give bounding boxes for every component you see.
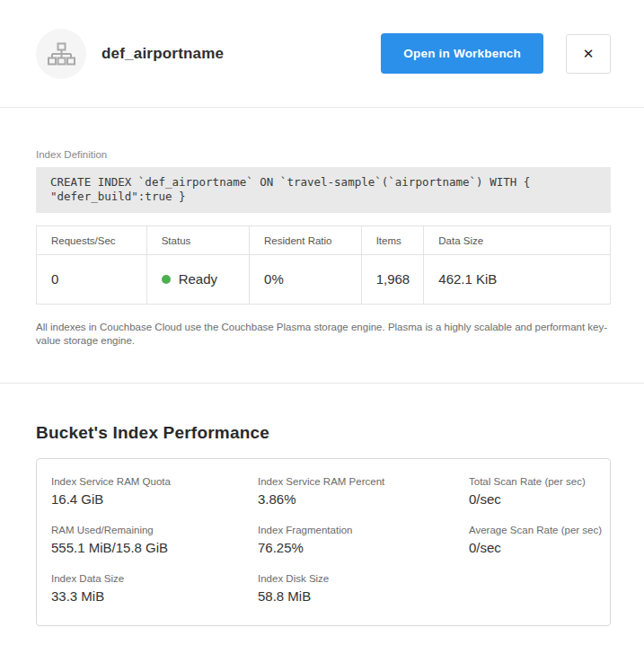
stat-index-data-size: Index Data Size 33.3 MiB <box>51 573 258 604</box>
stat-label: Total Scan Rate (per sec) <box>469 476 610 487</box>
stat-index-fragmentation: Index Fragmentation 76.25% <box>258 525 469 555</box>
stat-average-scan-rate: Average Scan Rate (per sec) 0/sec <box>469 525 610 555</box>
index-avatar <box>36 29 86 79</box>
stat-total-scan-rate: Total Scan Rate (per sec) 0/sec <box>469 476 610 507</box>
status-badge: Ready <box>179 271 217 287</box>
performance-panel: Index Service RAM Quota 16.4 GiB Index S… <box>36 458 611 626</box>
stat-value: 58.8 MiB <box>258 588 469 604</box>
stat-value: 76.25% <box>258 540 469 555</box>
stat-value: 3.86% <box>258 491 469 507</box>
cell-data-size: 462.1 KiB <box>424 255 611 305</box>
col-items: Items <box>361 226 424 255</box>
stat-label: Index Service RAM Quota <box>51 476 258 487</box>
col-data-size: Data Size <box>424 226 611 255</box>
table-header-row: Requests/Sec Status Resident Ratio Items… <box>37 226 611 255</box>
cell-status: Ready <box>146 255 249 305</box>
close-button[interactable]: ✕ <box>566 34 611 74</box>
stat-index-disk-size: Index Disk Size 58.8 MiB <box>258 573 469 604</box>
index-definition-code: CREATE INDEX `def_airportname` ON `trave… <box>36 167 611 213</box>
cell-items: 1,968 <box>361 255 424 305</box>
stat-label: Average Scan Rate (per sec) <box>469 525 610 535</box>
stat-label: Index Service RAM Percent <box>258 476 469 487</box>
section-title: Bucket's Index Performance <box>36 423 611 443</box>
plasma-storage-note: All indexes in Couchbase Cloud use the C… <box>36 321 611 348</box>
open-in-workbench-button[interactable]: Open in Workbench <box>381 33 543 74</box>
stat-value: 555.1 MiB/15.8 GiB <box>51 540 258 555</box>
cell-resident-ratio: 0% <box>250 255 362 305</box>
stat-label: RAM Used/Remaining <box>51 525 258 535</box>
sitemap-icon <box>46 42 76 66</box>
stat-value: 16.4 GiB <box>51 491 258 507</box>
close-icon: ✕ <box>583 46 595 62</box>
stat-label: Index Data Size <box>51 573 258 584</box>
col-status: Status <box>146 226 249 255</box>
stat-value: 0/sec <box>469 540 610 555</box>
stat-value: 33.3 MiB <box>51 588 258 604</box>
index-details-section: Index Definition CREATE INDEX `def_airpo… <box>0 108 644 348</box>
col-requests-per-sec: Requests/Sec <box>37 226 147 255</box>
index-definition-label: Index Definition <box>36 149 611 160</box>
bucket-performance-section: Bucket's Index Performance Index Service… <box>0 383 644 626</box>
table-row: 0 Ready 0% 1,968 462.1 KiB <box>37 255 611 305</box>
status-ready-dot-icon <box>162 275 171 284</box>
index-detail-header: def_airportname Open in Workbench ✕ <box>0 0 644 108</box>
stat-value: 0/sec <box>469 491 610 507</box>
page-title: def_airportname <box>101 45 224 63</box>
cell-requests-per-sec: 0 <box>37 255 147 305</box>
stat-ram-used-remaining: RAM Used/Remaining 555.1 MiB/15.8 GiB <box>51 525 258 555</box>
stat-ram-percent: Index Service RAM Percent 3.86% <box>258 476 469 507</box>
stat-ram-quota: Index Service RAM Quota 16.4 GiB <box>51 476 258 507</box>
stat-label: Index Disk Size <box>258 573 469 584</box>
stat-label: Index Fragmentation <box>258 525 469 535</box>
col-resident-ratio: Resident Ratio <box>250 226 362 255</box>
index-stats-table: Requests/Sec Status Resident Ratio Items… <box>36 225 611 305</box>
